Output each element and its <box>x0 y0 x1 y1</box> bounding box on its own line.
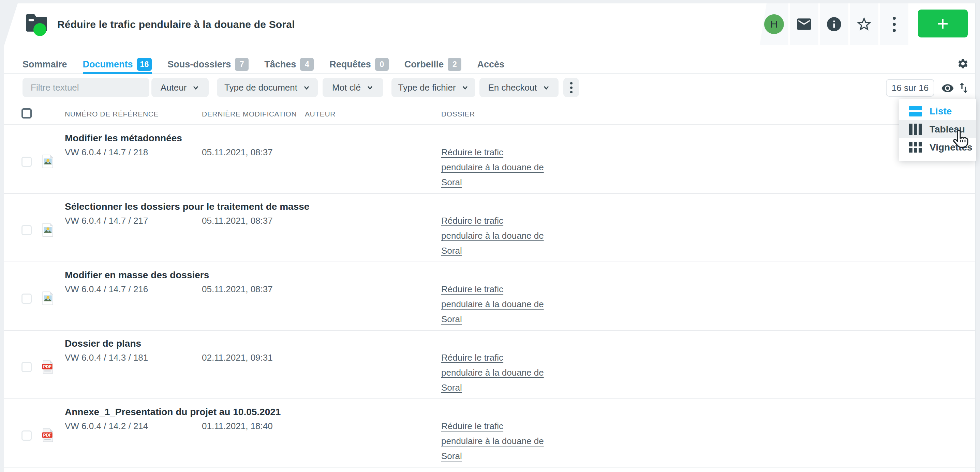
document-modified: 01.11.2021, 18:40 <box>202 421 273 431</box>
document-title[interactable]: Annexe_1_Presentation du projet au 10.05… <box>65 407 281 418</box>
filter-mot-cle[interactable]: Mot clé <box>323 78 383 97</box>
svg-text:PDF: PDF <box>43 364 51 369</box>
content-card: Réduire le trafic pendulaire à la douane… <box>4 3 975 472</box>
row-checkbox[interactable] <box>21 362 32 372</box>
tab-count-badge: 4 <box>300 58 314 71</box>
menu-item-tableau[interactable]: Tableau <box>899 120 976 138</box>
document-reference: VW 6.0.4 / 14.7 / 217 <box>65 215 148 226</box>
document-reference: VW 6.0.4 / 14.2 / 214 <box>65 421 148 431</box>
kebab-menu-icon <box>570 82 573 93</box>
tab-count-badge: 0 <box>375 58 389 71</box>
document-title[interactable]: Modifier en masse des dossiers <box>65 270 209 280</box>
filter-en-checkout[interactable]: En checkout <box>479 78 558 97</box>
tab-corbeille[interactable]: Corbeille 2 <box>404 55 462 74</box>
folder-link[interactable]: Réduire le trafic pendulaire à la douane… <box>441 418 547 464</box>
document-title[interactable]: Dossier de plans <box>65 338 141 349</box>
row-checkbox[interactable] <box>21 431 32 441</box>
tab-sommaire[interactable]: Sommaire <box>22 55 67 74</box>
table-header: NUMÉRO DE RÉFÉRENCE DERNIÈRE MODIFICATIO… <box>4 106 975 125</box>
menu-item-liste[interactable]: Liste <box>899 102 976 120</box>
menu-item-label: Tableau <box>929 124 965 135</box>
page-title: Réduire le trafic pendulaire à la douane… <box>57 19 295 30</box>
filter-more-button[interactable] <box>563 78 579 97</box>
filter-label: Auteur <box>161 82 187 93</box>
tab-count-badge: 7 <box>235 58 248 71</box>
folder-link[interactable]: Réduire le trafic pendulaire à la douane… <box>441 350 547 395</box>
pdf-file-icon: PDF <box>42 360 53 374</box>
list-item: PDF Modifier en masse des dossiers VW 6.… <box>4 262 975 331</box>
filter-label: Type de document <box>224 82 298 93</box>
document-modified: 02.11.2021, 09:31 <box>202 352 273 363</box>
tab-taches[interactable]: Tâches 4 <box>264 55 314 74</box>
svg-text:PDF: PDF <box>43 433 51 437</box>
chevron-down-icon <box>542 84 550 91</box>
image-file-icon: PDF <box>42 155 53 168</box>
info-button[interactable] <box>820 3 848 45</box>
tab-label: Sous-dossiers <box>167 59 231 70</box>
column-header-modified: DERNIÈRE MODIFICATION <box>202 110 297 118</box>
row-checkbox[interactable] <box>21 157 32 167</box>
slanted-corner-decoration <box>4 3 18 46</box>
list-item: PDF Dossier de plans VW 6.0.4 / 14.3 / 1… <box>4 331 975 399</box>
document-modified: 05.11.2021, 08:37 <box>202 147 273 158</box>
folder-link[interactable]: Réduire le trafic pendulaire à la douane… <box>441 213 547 258</box>
document-reference: VW 6.0.4 / 14.7 / 216 <box>65 284 148 295</box>
page-header: Réduire le trafic pendulaire à la douane… <box>26 14 295 35</box>
document-reference: VW 6.0.4 / 14.3 / 181 <box>65 352 148 363</box>
plus-icon: + <box>937 14 949 33</box>
mail-button[interactable] <box>790 3 818 45</box>
visibility-button[interactable] <box>941 82 954 95</box>
menu-item-vignettes[interactable]: Vignettes <box>899 138 976 156</box>
document-list: PDF Modifier les métadonnées VW 6.0.4 / … <box>4 125 975 467</box>
image-file-icon: PDF <box>42 223 53 237</box>
mail-icon <box>795 16 813 33</box>
tab-label: Accès <box>477 59 504 70</box>
result-count-button[interactable]: 16 sur 16 <box>886 79 934 97</box>
list-item: PDF Sélectionner les dossiers pour le tr… <box>4 194 975 262</box>
text-filter-input[interactable] <box>22 78 150 97</box>
tab-label: Sommaire <box>22 59 67 70</box>
filter-type-de-fichier[interactable]: Type de fichier <box>391 78 475 97</box>
column-header-folder: DOSSIER <box>441 110 475 118</box>
header-toolbar: H <box>760 3 908 45</box>
settings-button[interactable] <box>957 58 969 70</box>
tab-sous-dossiers[interactable]: Sous-dossiers 7 <box>167 55 248 74</box>
tab-documents[interactable]: Documents 16 <box>83 55 152 74</box>
list-view-icon <box>909 106 922 117</box>
menu-item-label: Vignettes <box>929 142 972 153</box>
table-view-icon <box>909 124 922 135</box>
folder-link[interactable]: Réduire le trafic pendulaire à la douane… <box>441 282 547 326</box>
chevron-down-icon <box>192 84 199 91</box>
pdf-file-icon: PDF <box>42 428 53 442</box>
chevron-down-icon <box>366 84 374 91</box>
info-icon <box>826 16 843 33</box>
filter-auteur[interactable]: Auteur <box>151 78 209 97</box>
sort-arrows-icon <box>957 81 970 95</box>
row-checkbox[interactable] <box>21 225 32 235</box>
folder-link[interactable]: Réduire le trafic pendulaire à la douane… <box>441 145 547 190</box>
more-actions-button[interactable] <box>880 3 908 45</box>
row-checkbox[interactable] <box>21 293 32 304</box>
image-file-icon: PDF <box>42 291 53 305</box>
tab-label: Corbeille <box>404 59 444 70</box>
user-avatar[interactable]: H <box>760 3 788 45</box>
tab-acces[interactable]: Accès <box>477 55 504 74</box>
tab-count-badge: 16 <box>137 58 152 71</box>
select-all-checkbox[interactable] <box>21 108 32 119</box>
tab-label: Tâches <box>264 59 296 70</box>
avatar: H <box>764 14 784 34</box>
folder-icon <box>26 14 48 35</box>
thumbnails-view-icon <box>909 142 922 153</box>
document-title[interactable]: Modifier les métadonnées <box>65 133 182 144</box>
gear-icon <box>957 58 969 70</box>
list-item: PDF Annexe_1_Presentation du projet au 1… <box>4 399 975 467</box>
filter-label: Mot clé <box>332 82 361 93</box>
filter-type-de-document[interactable]: Type de document <box>217 78 318 97</box>
tab-label: Documents <box>83 59 133 70</box>
favorite-button[interactable] <box>850 3 878 45</box>
add-button[interactable]: + <box>918 10 968 38</box>
sort-order-button[interactable] <box>957 81 970 95</box>
eye-icon <box>941 82 954 95</box>
document-title[interactable]: Sélectionner les dossiers pour le traite… <box>65 201 309 212</box>
tab-requetes[interactable]: Requêtes 0 <box>329 55 389 74</box>
